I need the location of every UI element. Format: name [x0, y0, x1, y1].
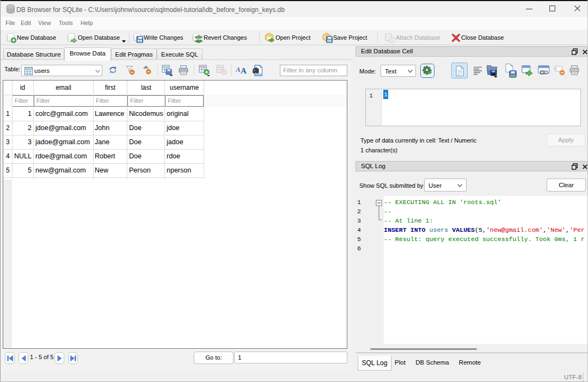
svg-text:A: A [236, 65, 241, 73]
svg-text:A: A [241, 66, 247, 75]
